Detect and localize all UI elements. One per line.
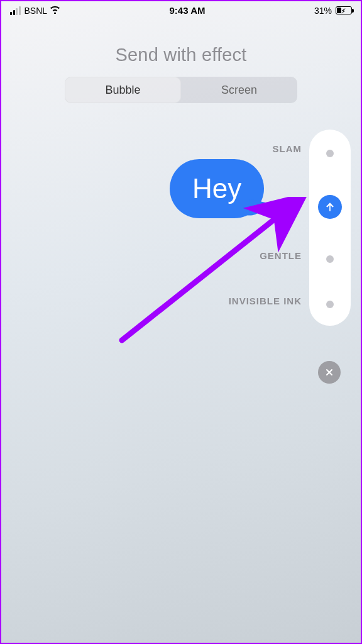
effects-selector-track xyxy=(309,130,351,326)
message-text: Hey xyxy=(192,173,241,204)
status-right: 31% ⚡︎ xyxy=(314,6,352,16)
annotation-arrow-icon xyxy=(116,197,310,348)
close-button[interactable] xyxy=(318,361,341,384)
bubble-tail-icon xyxy=(248,202,268,221)
effect-dot-invisible-ink[interactable] xyxy=(326,301,334,308)
wifi-icon xyxy=(50,6,60,16)
tab-screen[interactable]: Screen xyxy=(181,77,297,103)
effect-label-slam: SLAM xyxy=(273,143,302,154)
tab-bubble[interactable]: Bubble xyxy=(65,77,181,103)
effect-label-gentle: GENTLE xyxy=(260,250,302,261)
carrier-label: BSNL xyxy=(25,6,48,16)
effect-dot-gentle[interactable] xyxy=(326,255,334,263)
arrow-up-icon xyxy=(324,201,336,213)
effect-label-invisible-ink: INVISIBLE INK xyxy=(229,296,302,306)
battery-icon: ⚡︎ xyxy=(336,6,352,14)
segmented-control[interactable]: Bubble Screen xyxy=(65,77,297,103)
send-button[interactable] xyxy=(318,195,342,219)
message-bubble: Hey xyxy=(170,159,264,218)
signal-icon xyxy=(10,6,21,15)
close-icon xyxy=(324,367,334,377)
status-bar: BSNL 9:43 AM 31% ⚡︎ xyxy=(1,1,361,17)
status-left: BSNL xyxy=(10,6,60,16)
page-title: Send with effect xyxy=(1,45,361,65)
battery-percent: 31% xyxy=(314,6,332,16)
svg-line-0 xyxy=(122,206,292,340)
effect-dot-slam[interactable] xyxy=(326,150,334,157)
status-time: 9:43 AM xyxy=(170,5,206,16)
